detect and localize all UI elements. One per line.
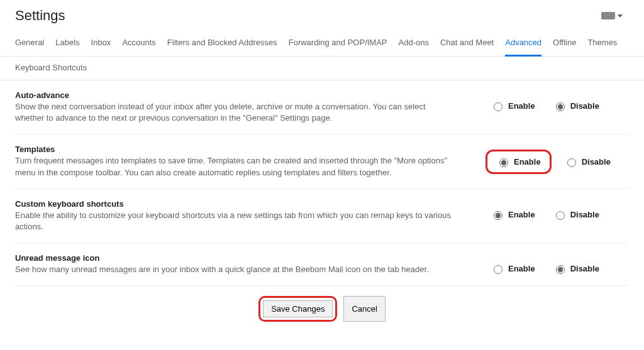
auto-advance-enable[interactable]: Enable bbox=[491, 101, 535, 111]
templates-disable[interactable]: Disable bbox=[564, 156, 611, 167]
page-title: Settings bbox=[15, 8, 65, 24]
setting-templates: Templates Turn frequent messages into te… bbox=[15, 134, 629, 189]
footer-buttons: Save Changes Cancel bbox=[15, 286, 629, 337]
tab-inbox[interactable]: Inbox bbox=[91, 34, 111, 56]
templates-enable[interactable]: Enable bbox=[496, 156, 541, 167]
highlight-annotation: Enable bbox=[486, 150, 552, 174]
tab-advanced[interactable]: Advanced bbox=[505, 34, 541, 57]
option-label: Disable bbox=[582, 157, 611, 167]
custom-shortcuts-enable[interactable]: Enable bbox=[491, 209, 535, 220]
advanced-settings-list: Auto-advance Show the next conversation … bbox=[0, 80, 644, 337]
tab-accounts[interactable]: Accounts bbox=[122, 34, 155, 56]
settings-tabs-row2: Keyboard Shortcuts bbox=[0, 57, 644, 80]
radio-input[interactable] bbox=[556, 265, 565, 274]
setting-desc: Turn frequent messages into templates to… bbox=[15, 155, 455, 178]
tab-addons[interactable]: Add-ons bbox=[399, 34, 429, 56]
input-tools-button[interactable] bbox=[601, 12, 629, 19]
radio-input[interactable] bbox=[556, 102, 565, 111]
radio-input[interactable] bbox=[494, 265, 502, 274]
setting-unread-icon: Unread message icon See how many unread … bbox=[15, 243, 629, 286]
custom-shortcuts-disable[interactable]: Disable bbox=[553, 209, 599, 220]
unread-icon-disable[interactable]: Disable bbox=[553, 263, 599, 274]
radio-input[interactable] bbox=[499, 158, 508, 167]
radio-input[interactable] bbox=[567, 158, 576, 167]
tab-labels[interactable]: Labels bbox=[55, 34, 79, 56]
option-label: Enable bbox=[514, 157, 541, 167]
chevron-down-icon bbox=[618, 14, 623, 18]
setting-custom-shortcuts: Custom keyboard shortcuts Enable the abi… bbox=[15, 189, 629, 243]
cancel-button[interactable]: Cancel bbox=[343, 296, 385, 322]
setting-auto-advance: Auto-advance Show the next conversation … bbox=[15, 80, 629, 134]
radio-input[interactable] bbox=[494, 102, 502, 111]
tab-chat[interactable]: Chat and Meet bbox=[440, 34, 494, 56]
setting-desc: See how many unread messages are in your… bbox=[15, 264, 455, 275]
setting-title: Templates bbox=[15, 145, 455, 154]
setting-title: Unread message icon bbox=[15, 253, 455, 263]
tab-general[interactable]: General bbox=[15, 34, 44, 56]
option-label: Disable bbox=[570, 264, 599, 273]
save-button[interactable]: Save Changes bbox=[263, 300, 333, 317]
setting-desc: Show the next conversation instead of yo… bbox=[15, 101, 455, 124]
auto-advance-disable[interactable]: Disable bbox=[553, 101, 599, 111]
tab-themes[interactable]: Themes bbox=[587, 34, 617, 56]
option-label: Enable bbox=[508, 101, 535, 111]
option-label: Enable bbox=[508, 210, 535, 219]
unread-icon-enable[interactable]: Enable bbox=[491, 263, 535, 274]
setting-title: Auto-advance bbox=[15, 90, 455, 100]
tab-forwarding[interactable]: Forwarding and POP/IMAP bbox=[289, 34, 387, 56]
option-label: Enable bbox=[508, 264, 535, 273]
setting-title: Custom keyboard shortcuts bbox=[15, 199, 455, 209]
radio-input[interactable] bbox=[556, 211, 565, 220]
tab-keyboard-shortcuts[interactable]: Keyboard Shortcuts bbox=[15, 63, 87, 72]
setting-desc: Enable the ability to customize your key… bbox=[15, 210, 455, 232]
option-label: Disable bbox=[570, 101, 599, 111]
radio-input[interactable] bbox=[494, 211, 502, 220]
highlight-annotation: Save Changes bbox=[258, 296, 337, 322]
option-label: Disable bbox=[570, 210, 599, 219]
tab-offline[interactable]: Offline bbox=[553, 34, 576, 56]
settings-tabs: General Labels Inbox Accounts Filters an… bbox=[0, 28, 644, 57]
keyboard-icon bbox=[601, 12, 615, 19]
tab-filters[interactable]: Filters and Blocked Addresses bbox=[167, 34, 277, 56]
